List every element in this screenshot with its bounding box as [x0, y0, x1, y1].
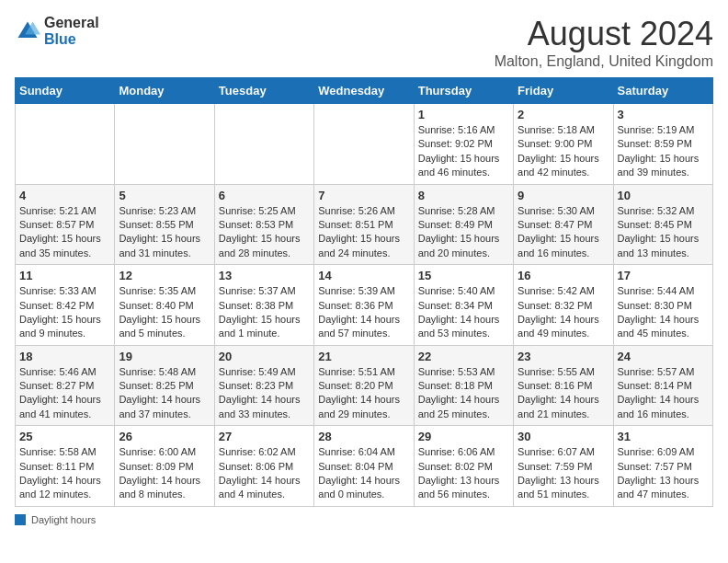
day-number: 1: [418, 108, 509, 121]
day-number: 10: [618, 189, 709, 202]
day-cell: 6Sunrise: 5:25 AM Sunset: 8:53 PM Daylig…: [214, 184, 313, 265]
day-number: 7: [318, 189, 409, 202]
col-header-monday: Monday: [115, 78, 214, 104]
day-number: 15: [418, 269, 509, 282]
day-number: 12: [119, 269, 210, 282]
day-cell: 30Sunrise: 6:07 AM Sunset: 7:59 PM Dayli…: [514, 426, 613, 507]
day-cell: 9Sunrise: 5:30 AM Sunset: 8:47 PM Daylig…: [514, 184, 613, 265]
day-info: Sunrise: 5:30 AM Sunset: 8:47 PM Dayligh…: [518, 204, 609, 261]
day-cell: 7Sunrise: 5:26 AM Sunset: 8:51 PM Daylig…: [314, 184, 414, 265]
day-info: Sunrise: 5:18 AM Sunset: 9:00 PM Dayligh…: [518, 123, 609, 180]
col-header-sunday: Sunday: [16, 78, 115, 104]
day-number: 18: [19, 350, 110, 363]
day-number: 19: [119, 350, 210, 363]
day-number: 31: [618, 430, 709, 443]
day-info: Sunrise: 5:35 AM Sunset: 8:40 PM Dayligh…: [119, 284, 210, 341]
calendar-table: SundayMondayTuesdayWednesdayThursdayFrid…: [15, 77, 713, 507]
week-row-4: 18Sunrise: 5:46 AM Sunset: 8:27 PM Dayli…: [16, 345, 713, 426]
week-row-5: 25Sunrise: 5:58 AM Sunset: 8:11 PM Dayli…: [16, 426, 713, 507]
day-info: Sunrise: 5:51 AM Sunset: 8:20 PM Dayligh…: [318, 365, 409, 422]
day-cell: 13Sunrise: 5:37 AM Sunset: 8:38 PM Dayli…: [214, 265, 313, 346]
day-cell: 25Sunrise: 5:58 AM Sunset: 8:11 PM Dayli…: [16, 426, 115, 507]
day-number: 27: [219, 430, 310, 443]
day-cell: 21Sunrise: 5:51 AM Sunset: 8:20 PM Dayli…: [314, 345, 414, 426]
day-cell: 16Sunrise: 5:42 AM Sunset: 8:32 PM Dayli…: [514, 265, 613, 346]
day-number: 14: [318, 269, 409, 282]
col-header-friday: Friday: [514, 78, 613, 104]
day-cell: 18Sunrise: 5:46 AM Sunset: 8:27 PM Dayli…: [16, 345, 115, 426]
day-info: Sunrise: 6:00 AM Sunset: 8:09 PM Dayligh…: [119, 445, 210, 502]
day-cell: 2Sunrise: 5:18 AM Sunset: 9:00 PM Daylig…: [514, 104, 613, 185]
day-info: Sunrise: 5:37 AM Sunset: 8:38 PM Dayligh…: [219, 284, 310, 341]
day-number: 29: [418, 430, 509, 443]
week-row-2: 4Sunrise: 5:21 AM Sunset: 8:57 PM Daylig…: [16, 184, 713, 265]
day-info: Sunrise: 5:58 AM Sunset: 8:11 PM Dayligh…: [19, 445, 110, 502]
day-number: 25: [19, 430, 110, 443]
day-number: 28: [318, 430, 409, 443]
day-info: Sunrise: 5:40 AM Sunset: 8:34 PM Dayligh…: [418, 284, 509, 341]
day-number: 26: [119, 430, 210, 443]
footer-label: Daylight hours: [31, 514, 96, 525]
day-number: 9: [518, 189, 609, 202]
day-info: Sunrise: 5:53 AM Sunset: 8:18 PM Dayligh…: [418, 365, 509, 422]
day-number: 8: [418, 189, 509, 202]
day-cell: 1Sunrise: 5:16 AM Sunset: 9:02 PM Daylig…: [414, 104, 513, 185]
day-info: Sunrise: 5:25 AM Sunset: 8:53 PM Dayligh…: [219, 204, 310, 261]
day-info: Sunrise: 5:57 AM Sunset: 8:14 PM Dayligh…: [618, 365, 709, 422]
day-info: Sunrise: 5:48 AM Sunset: 8:25 PM Dayligh…: [119, 365, 210, 422]
day-cell: 29Sunrise: 6:06 AM Sunset: 8:02 PM Dayli…: [414, 426, 513, 507]
day-info: Sunrise: 6:06 AM Sunset: 8:02 PM Dayligh…: [418, 445, 509, 502]
day-info: Sunrise: 5:44 AM Sunset: 8:30 PM Dayligh…: [618, 284, 709, 341]
day-cell: 11Sunrise: 5:33 AM Sunset: 8:42 PM Dayli…: [16, 265, 115, 346]
day-cell: 15Sunrise: 5:40 AM Sunset: 8:34 PM Dayli…: [414, 265, 513, 346]
day-info: Sunrise: 5:32 AM Sunset: 8:45 PM Dayligh…: [618, 204, 709, 261]
calendar-header: SundayMondayTuesdayWednesdayThursdayFrid…: [16, 78, 713, 104]
day-cell: 12Sunrise: 5:35 AM Sunset: 8:40 PM Dayli…: [115, 265, 214, 346]
day-info: Sunrise: 6:07 AM Sunset: 7:59 PM Dayligh…: [518, 445, 609, 502]
day-number: 6: [219, 189, 310, 202]
week-row-3: 11Sunrise: 5:33 AM Sunset: 8:42 PM Dayli…: [16, 265, 713, 346]
day-cell: 19Sunrise: 5:48 AM Sunset: 8:25 PM Dayli…: [115, 345, 214, 426]
title-section: August 2024 Malton, England, United King…: [495, 15, 713, 70]
day-cell: [214, 104, 313, 185]
page-subtitle: Malton, England, United Kingdom: [495, 53, 713, 70]
day-number: 22: [418, 350, 509, 363]
day-info: Sunrise: 5:21 AM Sunset: 8:57 PM Dayligh…: [19, 204, 110, 261]
day-number: 5: [119, 189, 210, 202]
day-info: Sunrise: 5:33 AM Sunset: 8:42 PM Dayligh…: [19, 284, 110, 341]
day-number: 13: [219, 269, 310, 282]
day-number: 24: [618, 350, 709, 363]
page-header: General Blue August 2024 Malton, England…: [15, 15, 713, 70]
day-cell: 3Sunrise: 5:19 AM Sunset: 8:59 PM Daylig…: [613, 104, 712, 185]
day-cell: 31Sunrise: 6:09 AM Sunset: 7:57 PM Dayli…: [613, 426, 712, 507]
day-info: Sunrise: 5:16 AM Sunset: 9:02 PM Dayligh…: [418, 123, 509, 180]
day-number: 11: [19, 269, 110, 282]
logo-blue-text: Blue: [44, 31, 99, 48]
logo-general-text: General: [44, 15, 99, 31]
col-header-thursday: Thursday: [414, 78, 513, 104]
day-cell: 23Sunrise: 5:55 AM Sunset: 8:16 PM Dayli…: [514, 345, 613, 426]
logo: General Blue: [15, 15, 99, 47]
day-cell: 27Sunrise: 6:02 AM Sunset: 8:06 PM Dayli…: [214, 426, 313, 507]
day-number: 20: [219, 350, 310, 363]
day-info: Sunrise: 5:42 AM Sunset: 8:32 PM Dayligh…: [518, 284, 609, 341]
day-info: Sunrise: 6:09 AM Sunset: 7:57 PM Dayligh…: [618, 445, 709, 502]
day-cell: 20Sunrise: 5:49 AM Sunset: 8:23 PM Dayli…: [214, 345, 313, 426]
day-cell: [314, 104, 414, 185]
day-info: Sunrise: 6:02 AM Sunset: 8:06 PM Dayligh…: [219, 445, 310, 502]
day-number: 16: [518, 269, 609, 282]
day-number: 23: [518, 350, 609, 363]
calendar-body: 1Sunrise: 5:16 AM Sunset: 9:02 PM Daylig…: [16, 104, 713, 507]
col-header-tuesday: Tuesday: [214, 78, 313, 104]
day-info: Sunrise: 5:19 AM Sunset: 8:59 PM Dayligh…: [618, 123, 709, 180]
day-number: 3: [618, 108, 709, 121]
day-cell: [115, 104, 214, 185]
day-number: 4: [19, 189, 110, 202]
logo-icon: [15, 18, 40, 44]
day-number: 30: [518, 430, 609, 443]
col-header-saturday: Saturday: [613, 78, 712, 104]
day-info: Sunrise: 5:26 AM Sunset: 8:51 PM Dayligh…: [318, 204, 409, 261]
day-info: Sunrise: 5:46 AM Sunset: 8:27 PM Dayligh…: [19, 365, 110, 422]
day-cell: 22Sunrise: 5:53 AM Sunset: 8:18 PM Dayli…: [414, 345, 513, 426]
day-info: Sunrise: 6:04 AM Sunset: 8:04 PM Dayligh…: [318, 445, 409, 502]
